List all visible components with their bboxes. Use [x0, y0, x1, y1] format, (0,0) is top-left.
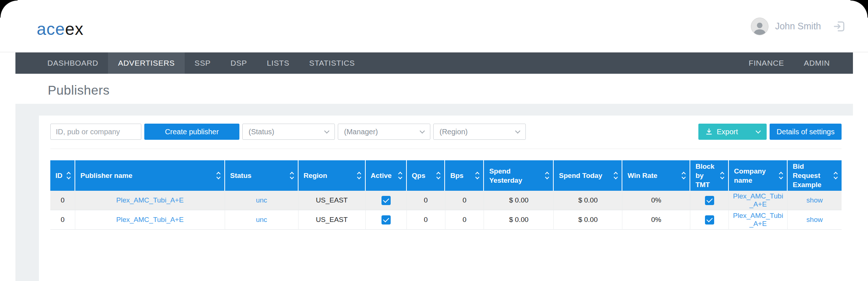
- chevron-down-icon: [515, 128, 520, 133]
- col-header-active[interactable]: Active: [366, 160, 407, 191]
- export-label: Export: [717, 128, 738, 136]
- cell-win-rate: 0%: [622, 210, 690, 230]
- status-filter-value: (Status): [249, 128, 274, 136]
- person-icon: [752, 20, 767, 35]
- brand-logo-part1: ace: [37, 19, 65, 39]
- cell-bps: 0: [445, 191, 484, 210]
- cell-status: unc: [225, 210, 299, 230]
- publisher-name-link[interactable]: Plex_AMC_Tubi_A+E: [116, 196, 184, 204]
- col-header-company-name[interactable]: Company name: [729, 160, 788, 191]
- col-header-block-by-tmt[interactable]: Block by TMT: [690, 160, 729, 191]
- publisher-name-link[interactable]: Plex_AMC_Tubi_A+E: [116, 216, 184, 224]
- active-checkbox[interactable]: [381, 215, 391, 225]
- col-header-id[interactable]: ID: [50, 160, 75, 191]
- table-row: 0 Plex_AMC_Tubi_A+E unc US_EAST 0 0 $ 0.…: [50, 191, 842, 210]
- col-header-spend-yesterday[interactable]: Spend Yesterday: [484, 160, 554, 191]
- nav-spacer: [365, 52, 739, 74]
- cell-bps: 0: [445, 210, 484, 230]
- manager-filter-value: (Manager): [344, 128, 378, 136]
- logout-button[interactable]: [833, 20, 846, 33]
- cell-bid-request-example: show: [788, 210, 842, 230]
- col-header-publisher-name[interactable]: Publisher name: [75, 160, 225, 191]
- toolbar-divider: [50, 149, 842, 149]
- cell-region: US_EAST: [299, 191, 366, 210]
- cell-company-name: Plex_AMC_Tubi_A+E: [729, 191, 788, 210]
- brand-logo[interactable]: aceex: [37, 19, 84, 39]
- toolbar: Create publisher (Status) (Manager) (Reg…: [39, 116, 853, 140]
- nav-item-dashboard[interactable]: DASHBOARD: [37, 52, 108, 74]
- col-header-status[interactable]: Status: [225, 160, 299, 191]
- status-filter-select[interactable]: (Status): [242, 124, 335, 140]
- col-header-win-rate[interactable]: Win Rate: [622, 160, 690, 191]
- cell-status: unc: [225, 191, 299, 210]
- publishers-table: ID Publisher name Status Region Active Q…: [50, 160, 842, 230]
- show-link[interactable]: show: [806, 196, 822, 204]
- region-filter-value: (Region): [440, 128, 468, 136]
- cell-publisher-name: Plex_AMC_Tubi_A+E: [75, 210, 225, 230]
- manager-filter-select[interactable]: (Manager): [338, 124, 430, 140]
- cell-publisher-name: Plex_AMC_Tubi_A+E: [75, 191, 225, 210]
- col-header-bid-request-example[interactable]: Bid Request Example: [788, 160, 842, 191]
- cell-bid-request-example: show: [788, 191, 842, 210]
- col-header-bps[interactable]: Bps: [445, 160, 484, 191]
- screenshot-corner-artifact: [0, 0, 18, 18]
- nav-item-dsp[interactable]: DSP: [221, 52, 257, 74]
- active-checkbox[interactable]: [381, 196, 391, 205]
- region-filter-select[interactable]: (Region): [433, 124, 526, 140]
- nav-item-lists[interactable]: LISTS: [257, 52, 299, 74]
- table-header-row: ID Publisher name Status Region Active Q…: [50, 160, 842, 191]
- search-input[interactable]: [50, 124, 141, 140]
- nav-right-group: FINANCE ADMIN: [739, 52, 840, 74]
- download-icon: [705, 128, 713, 136]
- col-header-region[interactable]: Region: [299, 160, 366, 191]
- status-link[interactable]: unc: [256, 216, 267, 224]
- export-button[interactable]: Export: [698, 124, 767, 140]
- user-name[interactable]: John Smith: [775, 21, 821, 32]
- export-button-content: Export: [705, 128, 738, 136]
- sort-icon: [721, 172, 724, 179]
- publishers-card: Create publisher (Status) (Manager) (Reg…: [39, 116, 853, 281]
- toolbar-spacer: [529, 124, 695, 140]
- details-of-settings-button[interactable]: Details of settings: [770, 124, 842, 140]
- page-title: Publishers: [48, 83, 109, 98]
- cell-spend-today: $ 0.00: [554, 210, 622, 230]
- nav-item-advertisers[interactable]: ADVERTISERS: [108, 52, 184, 74]
- company-name-link[interactable]: Plex_AMC_Tubi_A+E: [731, 192, 785, 208]
- brand-logo-part2: ex: [65, 19, 84, 39]
- cell-win-rate: 0%: [622, 191, 690, 210]
- logout-icon: [833, 20, 846, 33]
- sort-icon: [546, 172, 549, 179]
- chevron-down-icon: [756, 128, 761, 133]
- cell-block-by-tmt: [690, 191, 729, 210]
- block-by-tmt-checkbox[interactable]: [705, 215, 714, 225]
- top-header: aceex John Smith: [0, 0, 868, 52]
- company-name-link[interactable]: Plex_AMC_Tubi_A+E: [731, 212, 785, 228]
- block-by-tmt-checkbox[interactable]: [705, 196, 714, 205]
- nav-item-statistics[interactable]: STATISTICS: [299, 52, 365, 74]
- show-link[interactable]: show: [806, 216, 822, 224]
- cell-spend-yesterday: $ 0.00: [484, 191, 554, 210]
- sort-icon: [217, 172, 220, 179]
- user-avatar[interactable]: [751, 18, 768, 35]
- cell-qps: 0: [407, 191, 445, 210]
- user-area: John Smith: [751, 0, 846, 52]
- main-nav: DASHBOARD ADVERTISERS SSP DSP LISTS STAT…: [15, 52, 853, 74]
- col-header-qps[interactable]: Qps: [407, 160, 445, 191]
- nav-item-admin[interactable]: ADMIN: [794, 52, 840, 74]
- nav-item-finance[interactable]: FINANCE: [739, 52, 794, 74]
- create-publisher-button[interactable]: Create publisher: [144, 124, 239, 140]
- cell-block-by-tmt: [690, 210, 729, 230]
- sort-icon: [290, 172, 293, 179]
- nav-left-group: DASHBOARD ADVERTISERS SSP DSP LISTS STAT…: [37, 52, 365, 74]
- chevron-down-icon: [324, 128, 329, 133]
- sort-icon: [399, 172, 402, 179]
- sort-icon: [67, 172, 70, 179]
- sort-icon: [834, 172, 837, 179]
- cell-spend-yesterday: $ 0.00: [484, 210, 554, 230]
- cell-spend-today: $ 0.00: [554, 191, 622, 210]
- cell-region: US_EAST: [299, 210, 366, 230]
- status-link[interactable]: unc: [256, 196, 267, 204]
- col-header-spend-today[interactable]: Spend Today: [554, 160, 622, 191]
- nav-item-ssp[interactable]: SSP: [185, 52, 221, 74]
- cell-active: [366, 210, 407, 230]
